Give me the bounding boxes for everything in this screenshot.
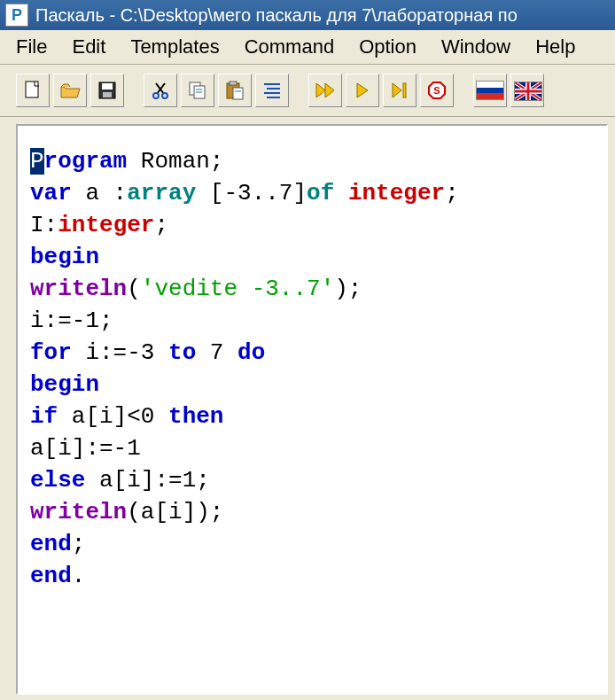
svg-rect-0 — [26, 82, 38, 97]
code-line[interactable]: var a :array [-3..7]of integer; — [30, 177, 594, 209]
code-line[interactable]: end; — [30, 528, 594, 560]
svg-rect-3 — [103, 92, 112, 97]
format-icon — [262, 82, 282, 99]
code-token: else — [30, 467, 85, 494]
svg-rect-14 — [233, 88, 243, 99]
code-line[interactable]: writeln(a[i]); — [30, 496, 594, 528]
code-token: var — [30, 180, 72, 206]
code-token: I: — [30, 212, 58, 238]
toolbar: S — [0, 65, 615, 117]
step-button[interactable] — [383, 74, 416, 107]
code-token: integer — [348, 180, 445, 206]
svg-text:S: S — [433, 85, 440, 96]
code-token: then — [168, 403, 223, 430]
run-fast-icon — [315, 82, 336, 99]
code-token: integer — [58, 212, 154, 238]
code-token: a[i]:=-1 — [30, 435, 141, 462]
code-token: rogram — [44, 148, 128, 175]
code-line[interactable]: writeln('vedite -3..7'); — [30, 273, 594, 305]
code-token: 7 — [196, 339, 237, 366]
code-line[interactable]: i:=-1; — [30, 305, 594, 337]
code-token: ( — [127, 276, 141, 302]
menu-help[interactable]: Help — [526, 32, 591, 62]
code-token: a[i]<0 — [58, 403, 168, 430]
svg-rect-2 — [102, 83, 113, 89]
code-token: end — [30, 531, 72, 557]
step-icon — [391, 82, 409, 99]
code-token: writeln — [30, 276, 127, 302]
code-token: begin — [30, 371, 99, 398]
run-fast-button[interactable] — [308, 74, 342, 107]
svg-marker-22 — [357, 83, 368, 97]
cut-button[interactable] — [144, 74, 177, 107]
lang-ru-button[interactable] — [473, 74, 507, 107]
copy-button[interactable] — [181, 74, 214, 107]
menu-window[interactable]: Window — [432, 32, 526, 62]
stop-button[interactable]: S — [420, 74, 454, 107]
menu-command[interactable]: Command — [236, 32, 350, 62]
flag-ru-icon — [476, 81, 504, 100]
open-button[interactable] — [53, 74, 87, 107]
code-token: if — [30, 403, 58, 430]
format-button[interactable] — [255, 74, 289, 107]
code-token: do — [237, 339, 265, 366]
code-line[interactable]: end. — [30, 560, 594, 592]
menu-file[interactable]: File — [7, 32, 63, 62]
code-token — [334, 180, 348, 206]
code-line[interactable]: I:integer; — [30, 209, 594, 241]
code-token: . — [72, 563, 86, 589]
svg-marker-21 — [325, 83, 334, 97]
open-icon — [59, 82, 81, 99]
svg-rect-24 — [403, 83, 406, 97]
run-icon — [354, 82, 370, 99]
code-token: Roman; — [127, 148, 223, 175]
code-token: (a[i]); — [127, 499, 223, 525]
window-title: Паскаль - C:\Desktop\мего паскаль для 7\… — [35, 5, 518, 26]
paste-icon — [225, 81, 245, 100]
code-line[interactable]: Program Roman; — [30, 145, 594, 177]
code-token: end — [30, 563, 72, 589]
code-token: ); — [334, 276, 362, 302]
new-button[interactable] — [16, 74, 50, 107]
code-token: [-3..7] — [196, 180, 307, 206]
menubar: File Edit Templates Command Option Windo… — [0, 30, 615, 65]
run-button[interactable] — [346, 74, 379, 107]
paste-button[interactable] — [218, 74, 252, 107]
menu-edit[interactable]: Edit — [63, 32, 121, 62]
save-icon — [98, 82, 116, 99]
code-line[interactable]: for i:=-3 to 7 do — [30, 337, 594, 369]
app-icon: P — [5, 4, 28, 27]
cut-icon — [152, 82, 169, 99]
code-token: writeln — [30, 499, 127, 525]
code-token: of — [307, 180, 334, 206]
code-token: array — [127, 180, 196, 206]
code-token: i:=-1; — [30, 307, 113, 334]
svg-rect-13 — [230, 82, 237, 85]
code-token: begin — [30, 244, 99, 270]
svg-marker-20 — [316, 83, 325, 97]
svg-point-7 — [162, 93, 167, 98]
flag-uk-icon — [514, 82, 541, 99]
code-token: for — [30, 339, 72, 366]
lang-uk-button[interactable] — [510, 74, 544, 107]
code-token: a[i]:=1; — [85, 467, 209, 494]
code-token: P — [30, 148, 44, 175]
code-line[interactable]: if a[i]<0 then — [30, 401, 594, 432]
code-token: ; — [72, 531, 86, 557]
menu-option[interactable]: Option — [350, 32, 432, 62]
copy-icon — [188, 81, 207, 100]
code-editor[interactable]: Program Roman;var a :array [-3..7]of int… — [18, 126, 606, 611]
menu-templates[interactable]: Templates — [121, 32, 235, 62]
save-button[interactable] — [90, 74, 124, 107]
code-token: a : — [72, 180, 127, 206]
code-line[interactable]: a[i]:=-1 — [30, 432, 594, 464]
code-line[interactable]: begin — [30, 241, 594, 273]
code-token: ; — [445, 180, 459, 206]
titlebar: P Паскаль - C:\Desktop\мего паскаль для … — [0, 0, 615, 30]
code-token: ; — [154, 212, 168, 238]
code-token: 'vedite -3..7' — [141, 276, 334, 302]
code-line[interactable]: else a[i]:=1; — [30, 464, 594, 496]
code-line[interactable]: begin — [30, 369, 594, 401]
editor-frame: Program Roman;var a :array [-3..7]of int… — [16, 124, 608, 695]
svg-point-6 — [153, 93, 159, 98]
